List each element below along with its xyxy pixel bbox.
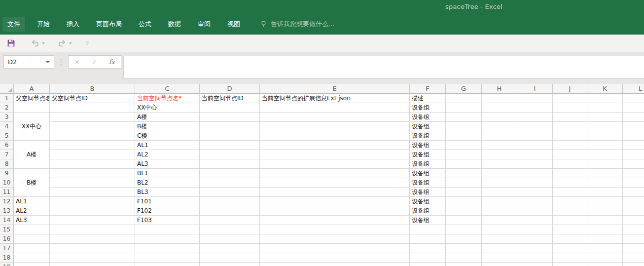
cell-I4[interactable] — [517, 122, 553, 131]
ribbon-tab-1[interactable]: 文件 — [2, 17, 25, 32]
cell-C13[interactable]: F102 — [135, 206, 200, 216]
cell-B18[interactable] — [50, 253, 135, 263]
cell-B5[interactable] — [50, 131, 135, 141]
cell-J4[interactable] — [553, 122, 587, 131]
cell-L16[interactable] — [623, 234, 644, 244]
cell-A17[interactable] — [14, 244, 50, 253]
cell-D15[interactable] — [200, 225, 260, 234]
column-header-C[interactable]: C — [135, 84, 200, 94]
cell-I1[interactable] — [517, 94, 553, 103]
cell-L11[interactable] — [623, 188, 644, 197]
cell-L19[interactable] — [623, 263, 644, 266]
cell-K18[interactable] — [587, 253, 623, 263]
cell-K6[interactable] — [587, 141, 623, 150]
cell-L3[interactable] — [623, 113, 644, 122]
cell-G1[interactable] — [446, 94, 482, 103]
row-header-15[interactable]: 15 — [0, 225, 14, 234]
cell-F2[interactable]: 设备组 — [410, 103, 446, 113]
cell-L15[interactable] — [623, 225, 644, 234]
cell-G8[interactable] — [446, 159, 482, 169]
cell-E12[interactable] — [260, 197, 410, 206]
cell-B6[interactable] — [50, 141, 135, 150]
column-header-A[interactable]: A — [14, 84, 50, 94]
cell-G5[interactable] — [446, 131, 482, 141]
cell-A13[interactable]: AL2 — [14, 206, 50, 216]
row-header-4[interactable]: 4 — [0, 122, 14, 131]
cell-G6[interactable] — [446, 141, 482, 150]
cell-J2[interactable] — [553, 103, 587, 113]
cell-F19[interactable] — [410, 263, 446, 266]
row-header-8[interactable]: 8 — [0, 159, 14, 169]
cell-C15[interactable] — [135, 225, 200, 234]
cell-I10[interactable] — [517, 178, 553, 188]
cell-K16[interactable] — [587, 234, 623, 244]
cell-F8[interactable]: 设备组 — [410, 159, 446, 169]
cell-B15[interactable] — [50, 225, 135, 234]
undo-button[interactable] — [31, 39, 45, 47]
cell-K11[interactable] — [587, 188, 623, 197]
cell-H8[interactable] — [482, 159, 517, 169]
cell-G10[interactable] — [446, 178, 482, 188]
column-header-F[interactable]: F — [410, 84, 446, 94]
cell-F6[interactable]: 设备组 — [410, 141, 446, 150]
formula-input[interactable] — [123, 56, 644, 78]
ribbon-tab-3[interactable]: 插入 — [62, 17, 84, 32]
row-header-1[interactable]: 1 — [0, 94, 14, 103]
cell-L2[interactable] — [623, 103, 644, 113]
cell-K8[interactable] — [587, 159, 623, 169]
cell-D13[interactable] — [200, 206, 260, 216]
column-header-J[interactable]: J — [553, 84, 587, 94]
merged-cell-A6-A8[interactable]: A楼 — [14, 141, 50, 169]
cell-F7[interactable]: 设备组 — [410, 150, 446, 159]
enter-icon[interactable]: ✓ — [92, 58, 97, 66]
cell-J8[interactable] — [553, 159, 587, 169]
cell-E1[interactable]: 当前空间节点的扩展信息Ext json — [260, 94, 410, 103]
cell-H15[interactable] — [482, 225, 517, 234]
cell-D11[interactable] — [200, 188, 260, 197]
cell-J3[interactable] — [553, 113, 587, 122]
cell-G3[interactable] — [446, 113, 482, 122]
cell-C10[interactable]: BL2 — [135, 178, 200, 188]
cell-J5[interactable] — [553, 131, 587, 141]
cell-C5[interactable]: C楼 — [135, 131, 200, 141]
cell-H12[interactable] — [482, 197, 517, 206]
cell-C19[interactable] — [135, 263, 200, 266]
cell-I7[interactable] — [517, 150, 553, 159]
row-header-6[interactable]: 6 — [0, 141, 14, 150]
cell-E2[interactable] — [260, 103, 410, 113]
cell-I8[interactable] — [517, 159, 553, 169]
cell-I6[interactable] — [517, 141, 553, 150]
cell-G13[interactable] — [446, 206, 482, 216]
cell-F5[interactable]: 设备组 — [410, 131, 446, 141]
cell-E7[interactable] — [260, 150, 410, 159]
cell-D16[interactable] — [200, 234, 260, 244]
cell-D4[interactable] — [200, 122, 260, 131]
column-header-G[interactable]: G — [446, 84, 482, 94]
column-header-I[interactable]: I — [517, 84, 553, 94]
cell-H17[interactable] — [482, 244, 517, 253]
cell-I18[interactable] — [517, 253, 553, 263]
cell-G18[interactable] — [446, 253, 482, 263]
cell-I17[interactable] — [517, 244, 553, 253]
cell-L13[interactable] — [623, 206, 644, 216]
cell-B2[interactable] — [50, 103, 135, 113]
cancel-icon[interactable]: ✕ — [74, 58, 80, 66]
cell-E5[interactable] — [260, 131, 410, 141]
cell-H13[interactable] — [482, 206, 517, 216]
cell-F16[interactable] — [410, 234, 446, 244]
cell-F15[interactable] — [410, 225, 446, 234]
cell-J18[interactable] — [553, 253, 587, 263]
cell-B14[interactable] — [50, 216, 135, 225]
cell-L6[interactable] — [623, 141, 644, 150]
cell-A16[interactable] — [14, 234, 50, 244]
cell-E18[interactable] — [260, 253, 410, 263]
cell-E11[interactable] — [260, 188, 410, 197]
cell-L18[interactable] — [623, 253, 644, 263]
insert-function-icon[interactable]: fx — [109, 58, 115, 66]
cell-I12[interactable] — [517, 197, 553, 206]
cell-K12[interactable] — [587, 197, 623, 206]
cell-H11[interactable] — [482, 188, 517, 197]
merged-cell-A3-A5[interactable]: XX中心 — [14, 113, 50, 141]
cell-K4[interactable] — [587, 122, 623, 131]
column-header-D[interactable]: D — [200, 84, 260, 94]
